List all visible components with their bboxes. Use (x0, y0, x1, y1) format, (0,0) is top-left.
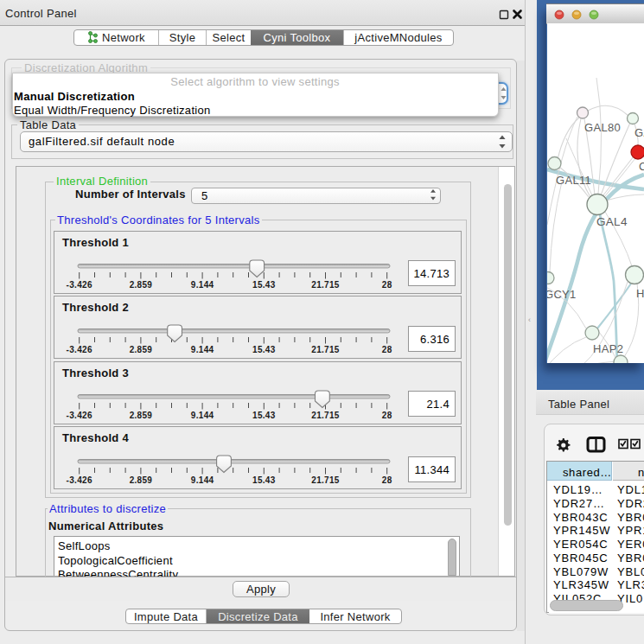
svg-text:21.715: 21.715 (311, 410, 340, 419)
svg-text:2.859: 2.859 (130, 410, 153, 419)
svg-text:15.43: 15.43 (252, 475, 276, 485)
svg-text:GA: GA (634, 126, 644, 139)
svg-text:2.859: 2.859 (130, 475, 153, 485)
svg-text:-3.426: -3.426 (67, 410, 92, 419)
svg-text:28: 28 (382, 475, 392, 485)
svg-text:H: H (636, 287, 644, 300)
svg-text:28: 28 (382, 279, 392, 289)
svg-text:21.715: 21.715 (311, 345, 340, 354)
svg-text:GAL4: GAL4 (596, 215, 628, 228)
svg-text:2.859: 2.859 (130, 345, 153, 354)
svg-text:9.144: 9.144 (191, 279, 214, 289)
svg-text:28: 28 (382, 410, 392, 419)
svg-text:9.144: 9.144 (191, 410, 214, 419)
svg-text:21.715: 21.715 (311, 279, 340, 289)
svg-text:HAP2: HAP2 (593, 342, 623, 355)
svg-text:GAL11: GAL11 (556, 174, 591, 187)
svg-text:15.43: 15.43 (252, 345, 276, 354)
svg-text:C: C (639, 160, 644, 173)
svg-text:15.43: 15.43 (252, 279, 276, 289)
svg-text:21.715: 21.715 (311, 475, 340, 485)
svg-text:GAL80: GAL80 (584, 121, 621, 134)
svg-text:2.859: 2.859 (130, 279, 153, 289)
svg-text:9.144: 9.144 (191, 475, 214, 485)
svg-text:28: 28 (382, 345, 392, 354)
svg-text:-3.426: -3.426 (67, 475, 92, 485)
svg-text:GCY1: GCY1 (547, 288, 577, 301)
svg-text:-3.426: -3.426 (67, 345, 92, 354)
svg-text:9.144: 9.144 (191, 345, 214, 354)
svg-text:15.43: 15.43 (252, 410, 276, 419)
svg-text:-3.426: -3.426 (67, 279, 92, 289)
